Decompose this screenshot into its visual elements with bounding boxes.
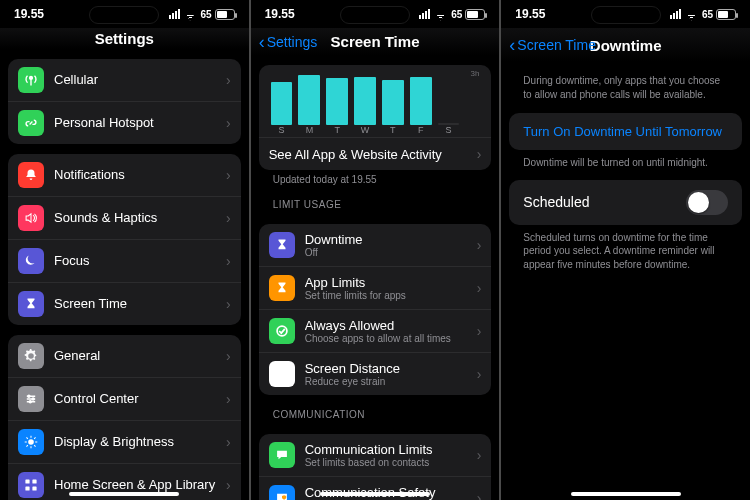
screentime-row[interactable]: Screen Time›: [8, 282, 241, 325]
home-indicator[interactable]: [571, 492, 681, 496]
wifi-icon: [685, 8, 698, 21]
settings-group: Notifications›Sounds & Haptics›Focus›Scr…: [8, 154, 241, 325]
row-label: Screen Distance: [305, 361, 467, 376]
turn-on-label: Turn On Downtime Until Tomorrow: [523, 124, 722, 139]
chart-bar: [354, 77, 376, 126]
chart-x-label: F: [410, 125, 432, 135]
screentime-content[interactable]: 3h SMTWTFS See All App & Website Activit…: [251, 55, 500, 500]
chart-x-label: T: [326, 125, 348, 135]
scheduled-note: Scheduled turns on downtime for the time…: [509, 225, 742, 274]
chevron-right-icon: ›: [477, 323, 482, 339]
cellular-row[interactable]: Cellular›: [8, 59, 241, 101]
see-all-label: See All App & Website Activity: [269, 147, 467, 162]
chevron-right-icon: ›: [226, 210, 231, 226]
gear-icon: [18, 343, 44, 369]
chevron-right-icon: ›: [477, 366, 482, 382]
chart-x-label: M: [298, 125, 320, 135]
chevron-right-icon: ›: [226, 296, 231, 312]
chart-x-label: S: [438, 125, 460, 135]
row-sublabel: Choose apps to allow at all times: [305, 333, 467, 344]
link-icon: [18, 110, 44, 136]
turn-on-note: Downtime will be turned on until midnigh…: [509, 150, 742, 172]
screendistance-row[interactable]: Screen DistanceReduce eye strain›: [259, 352, 492, 395]
section-communication: COMMUNICATION: [259, 395, 492, 424]
wifi-icon: [184, 8, 197, 21]
home-indicator[interactable]: [320, 492, 430, 496]
commlimits-row[interactable]: Communication LimitsSet limits based on …: [259, 434, 492, 476]
usage-chart[interactable]: 3h SMTWTFS: [259, 65, 492, 137]
limit-usage-group: DowntimeOff›App LimitsSet time limits fo…: [259, 224, 492, 395]
chart-bar: [298, 75, 320, 125]
row-label: Sounds & Haptics: [54, 210, 216, 225]
row-sublabel: Set limits based on contacts: [305, 457, 467, 468]
svg-rect-6: [32, 479, 36, 483]
downtime-row[interactable]: DowntimeOff›: [259, 224, 492, 266]
speaker-icon: [18, 205, 44, 231]
svg-rect-7: [25, 486, 29, 490]
controlcenter-row[interactable]: Control Center›: [8, 377, 241, 420]
chart-x-axis: SMTWTFS: [271, 125, 480, 135]
settings-screen: 19.55 65 Settings Cellular›Personal Hots…: [0, 0, 249, 500]
activity-group: 3h SMTWTFS See All App & Website Activit…: [259, 65, 492, 170]
status-bar: 19.55 65: [0, 0, 249, 28]
notifications-row[interactable]: Notifications›: [8, 154, 241, 196]
page-title: Settings: [95, 30, 154, 47]
row-label: Communication Limits: [305, 442, 467, 457]
dynamic-island: [89, 6, 159, 24]
chart-bar: [410, 77, 432, 126]
chart-bar: [326, 78, 348, 125]
wifi-icon: [434, 8, 447, 21]
sliders-icon: [18, 386, 44, 412]
row-sublabel: Reduce eye strain: [305, 376, 467, 387]
chevron-right-icon: ›: [477, 237, 482, 253]
back-button[interactable]: ‹ Settings: [259, 33, 318, 51]
row-label: Home Screen & App Library: [54, 477, 216, 492]
status-icons: 65: [169, 8, 235, 21]
hourglass-icon: [18, 291, 44, 317]
home-indicator[interactable]: [69, 492, 179, 496]
bell-icon: [18, 162, 44, 188]
general-row[interactable]: General›: [8, 335, 241, 377]
back-button[interactable]: ‹ Screen Time: [509, 36, 596, 54]
svg-point-2: [32, 398, 34, 400]
turn-on-downtime-button[interactable]: Turn On Downtime Until Tomorrow: [509, 113, 742, 150]
row-label: App Limits: [305, 275, 467, 290]
scheduled-switch[interactable]: [686, 190, 728, 215]
alwaysallowed-row[interactable]: Always AllowedChoose apps to allow at al…: [259, 309, 492, 352]
status-icons: 65: [670, 8, 736, 21]
row-label: Display & Brightness: [54, 434, 216, 449]
see-all-activity-row[interactable]: See All App & Website Activity ›: [259, 137, 492, 170]
dynamic-island: [340, 6, 410, 24]
screentime-screen: 19.55 65 ‹ Settings Screen Time 3h SMTWT…: [251, 0, 500, 500]
downtime-content[interactable]: During downtime, only apps that you choo…: [501, 62, 750, 500]
chevron-right-icon: ›: [226, 167, 231, 183]
back-label: Screen Time: [517, 37, 596, 53]
nav-header: ‹ Screen Time Downtime: [501, 28, 750, 62]
svg-rect-8: [32, 486, 36, 490]
dynamic-island: [591, 6, 661, 24]
settings-list[interactable]: Cellular›Personal Hotspot›Notifications›…: [0, 49, 249, 500]
applimits-row[interactable]: App LimitsSet time limits for apps›: [259, 266, 492, 309]
communication-group: Communication LimitsSet limits based on …: [259, 434, 492, 500]
status-time: 19.55: [515, 7, 545, 21]
chart-y-axis: 3h: [470, 69, 479, 125]
sounds-row[interactable]: Sounds & Haptics›: [8, 196, 241, 239]
row-label: General: [54, 348, 216, 363]
chart-x-label: T: [382, 125, 404, 135]
back-label: Settings: [267, 34, 318, 50]
hourglass-icon: [269, 232, 295, 258]
chevron-left-icon: ‹: [509, 36, 515, 54]
focus-row[interactable]: Focus›: [8, 239, 241, 282]
scheduled-row: Scheduled: [509, 180, 742, 225]
chevron-right-icon: ›: [477, 490, 482, 500]
page-title: Downtime: [590, 37, 662, 54]
chart-bar: [438, 123, 460, 125]
display-row[interactable]: Display & Brightness›: [8, 420, 241, 463]
chevron-right-icon: ›: [477, 146, 482, 162]
commsafety-row[interactable]: Communication SafetyProtect from sensiti…: [259, 476, 492, 500]
scheduled-label: Scheduled: [523, 194, 589, 210]
hotspot-row[interactable]: Personal Hotspot›: [8, 101, 241, 144]
battery-indicator: 65: [201, 9, 235, 20]
status-time: 19.55: [14, 7, 44, 21]
row-label: Always Allowed: [305, 318, 467, 333]
